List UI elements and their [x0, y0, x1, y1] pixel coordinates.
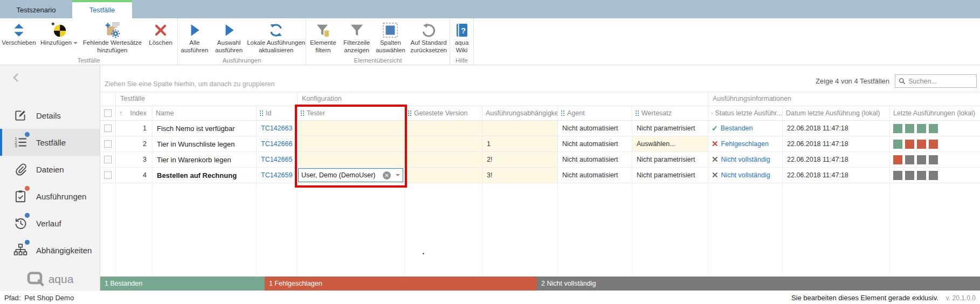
sidebar-item-dateien[interactable]: Dateien — [0, 156, 100, 183]
id-link[interactable]: TC142659 — [257, 168, 298, 183]
fehlende-wertesaetze-button[interactable]: Fehlende Wertesätze hinzufügen — [81, 18, 144, 56]
sidebar-item-details[interactable]: Details — [0, 102, 100, 129]
tester-cell[interactable] — [298, 152, 405, 167]
valueset-cell: Nicht parametrisiert — [632, 152, 708, 167]
execution-square — [905, 155, 914, 164]
status-cell[interactable]: Bestanden — [708, 121, 783, 136]
column-header-ausfuehrungsabhaengigkeit[interactable]: Ausführungsabhängigke — [482, 106, 558, 120]
version-cell[interactable] — [405, 152, 482, 167]
summary-passed: 1 Bestanden — [100, 277, 265, 291]
summary-failed: 1 Fehlgeschlagen — [265, 277, 537, 291]
column-header-letzte-ausfuehrungen[interactable]: Letzte Ausführungen (lokal) — [890, 106, 980, 120]
status-cell[interactable]: Nicht vollständig — [708, 168, 783, 183]
id-link[interactable]: TC142663 — [257, 121, 298, 136]
sidebar-item-label: Testfälle — [36, 138, 66, 147]
sidebar-collapse-button[interactable] — [0, 65, 100, 90]
version-cell[interactable] — [405, 168, 482, 183]
row-checkbox[interactable] — [104, 171, 112, 179]
execution-square — [917, 171, 926, 180]
exclusive-edit-message: Sie bearbeiten dieses Element gerade exk… — [791, 294, 938, 302]
status-passed-icon — [712, 124, 718, 133]
index-cell: 2 — [116, 136, 153, 151]
test-list-icon: 123 — [13, 135, 27, 150]
tab-testszenario[interactable]: Testszenario — [6, 2, 66, 18]
version-cell[interactable] — [405, 121, 482, 136]
dependency-cell[interactable]: 2! — [482, 152, 558, 167]
tester-cell[interactable] — [298, 136, 405, 151]
sidebar-item-ausfuehrungen[interactable]: Ausführungen — [0, 183, 100, 210]
column-header-status[interactable]: Status letzte Ausführ... — [708, 106, 783, 120]
execution-square — [929, 124, 938, 133]
badge-blue — [25, 132, 30, 137]
execution-square — [905, 124, 914, 133]
history-icon — [13, 216, 27, 231]
row-checkbox[interactable] — [104, 156, 112, 163]
dependency-cell[interactable]: 1 — [482, 136, 558, 151]
sidebar-item-testfaelle[interactable]: 123 Testfälle — [0, 129, 100, 156]
dependency-cell[interactable] — [482, 121, 558, 136]
add-icon — [51, 21, 67, 39]
alle-ausfuehren-button[interactable]: Alle ausführen — [178, 18, 211, 56]
spalten-auswaehlen-button[interactable]: Spalten auswählen — [374, 18, 408, 56]
wiki-icon: ? — [455, 21, 469, 39]
column-grip-icon — [712, 110, 713, 116]
ribbon-group-caption: Hilfe — [450, 57, 473, 64]
auswahl-ausfuehren-button[interactable]: Auswahl ausführen — [211, 18, 247, 56]
column-header-tester[interactable]: Tester — [298, 106, 405, 120]
sidebar-item-verlauf[interactable]: Verlauf — [0, 210, 100, 237]
column-header-index[interactable]: Index — [116, 106, 153, 120]
sidebar-item-abhaengigkeiten[interactable]: Abhängigkeiten — [0, 237, 100, 264]
executions-cell — [890, 136, 980, 151]
clear-icon[interactable]: ✕ — [383, 171, 391, 179]
executions-cell — [890, 152, 980, 167]
svg-text:?: ? — [460, 26, 465, 35]
search-input[interactable] — [908, 78, 968, 85]
tester-editor[interactable]: User, Demo (DemoUser) ✕ — [298, 168, 403, 182]
band-ausfuehrungsinformationen[interactable]: Ausführungsinformationen — [708, 92, 980, 106]
band-konfiguration[interactable]: Konfiguration — [298, 92, 708, 106]
ribbon-group-elementuebersicht: Elemente filtern Filterzeile anzeigen Sp… — [306, 18, 450, 65]
index-cell: 4 — [116, 168, 153, 183]
row-checkbox[interactable] — [104, 125, 112, 132]
hinzufuegen-button[interactable]: Hinzufügen — [38, 18, 81, 56]
chevron-down-icon[interactable] — [396, 174, 400, 176]
column-header-agent[interactable]: Agent — [558, 106, 632, 120]
reset-icon — [421, 21, 436, 39]
band-testfaelle[interactable]: Testfälle — [116, 92, 298, 106]
aqua-wiki-button[interactable]: ? aqua Wiki — [450, 18, 473, 56]
column-header-name[interactable]: Name — [153, 106, 257, 120]
execution-square — [917, 155, 926, 164]
sidebar-item-label: Ausführungen — [36, 192, 86, 201]
elemente-filtern-button[interactable]: Elemente filtern — [306, 18, 340, 56]
window-tab-strip: Testszenario Testfälle — [0, 0, 980, 18]
status-cell[interactable]: Fehlgeschlagen — [708, 136, 783, 151]
column-header-getestete-version[interactable]: Getestete Version — [405, 106, 482, 120]
tester-cell[interactable] — [298, 121, 405, 136]
tab-testfaelle[interactable]: Testfälle — [72, 2, 132, 18]
column-header-id[interactable]: Id — [257, 106, 298, 120]
row-select-cell — [100, 121, 116, 136]
auf-standard-button[interactable]: Auf Standard zurücksetzen — [408, 18, 450, 56]
id-link[interactable]: TC142665 — [257, 152, 298, 167]
column-header-datum[interactable]: Datum letzte Ausführung (lokal) — [783, 106, 890, 120]
filterzeile-anzeigen-button[interactable]: Filterzeile anzeigen — [340, 18, 374, 56]
grid-empty-area — [100, 183, 980, 277]
column-header-wertesatz[interactable]: Wertesatz — [632, 106, 708, 120]
version-cell[interactable] — [405, 136, 482, 151]
table-row: 3 Tier in Warenkorb legen TC142665 2! Ni… — [100, 152, 980, 168]
hinzufuegen-label: Hinzufügen — [40, 39, 78, 47]
row-count-label: Zeige 4 von 4 Testfällen — [816, 77, 889, 85]
valueset-cell[interactable]: Auswählen... — [632, 136, 708, 151]
id-link[interactable]: TC142666 — [257, 136, 298, 151]
status-cell[interactable]: Nicht vollständig — [708, 152, 783, 167]
loeschen-button[interactable]: Löschen — [144, 18, 177, 56]
column-grip-icon — [301, 110, 305, 116]
row-checkbox[interactable] — [104, 140, 112, 148]
dependency-cell[interactable]: 3! — [482, 168, 558, 183]
select-all-checkbox[interactable] — [104, 109, 112, 117]
agent-cell: Nicht automatisiert — [558, 136, 632, 151]
search-box[interactable] — [895, 74, 977, 88]
verschieben-button[interactable]: Verschieben — [0, 18, 38, 56]
table-row: 1 Fisch Nemo ist verfügbar TC142663 Nich… — [100, 121, 980, 136]
lokale-ausfuehrungen-button[interactable]: Lokale Ausführungen aktualisieren — [246, 18, 306, 56]
